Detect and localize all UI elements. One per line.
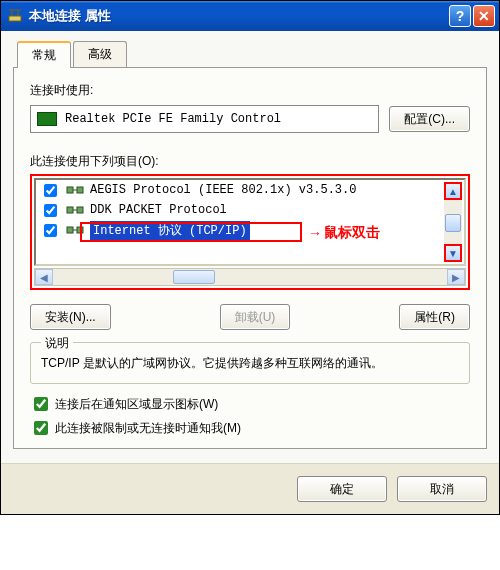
svg-rect-0 [9,16,21,21]
scroll-down-button[interactable]: ▼ [444,244,462,262]
notify-limited-checkbox[interactable] [34,421,48,435]
items-list[interactable]: AEGIS Protocol (IEEE 802.1x) v3.5.3.0 DD… [34,178,466,266]
uninstall-button: 卸载(U) [220,304,291,330]
nic-icon [37,112,57,126]
scroll-right-button[interactable]: ▶ [447,269,465,285]
properties-button-label: 属性(R) [414,310,455,324]
ok-button-label: 确定 [330,482,354,496]
show-tray-checkbox[interactable] [34,397,48,411]
callout-text: 鼠标双击 [324,224,380,242]
close-button[interactable]: ✕ [473,5,495,27]
install-button[interactable]: 安装(N)... [30,304,111,330]
svg-rect-10 [67,227,73,233]
item-label: Internet 协议 (TCP/IP) [90,221,250,240]
tab-advanced[interactable]: 高级 [73,41,127,68]
hscroll-thumb[interactable] [173,270,215,284]
svg-rect-5 [77,187,83,193]
tab-general[interactable]: 常规 [17,41,71,68]
item-label: DDK PACKET Protocol [90,203,227,217]
properties-button[interactable]: 属性(R) [399,304,470,330]
list-item[interactable]: DDK PACKET Protocol [36,200,464,220]
adapter-name: Realtek PCIe FE Family Control [65,112,281,126]
install-button-label: 安装(N)... [45,310,96,324]
show-tray-label: 连接后在通知区域显示图标(W) [55,396,218,413]
window-icon [7,8,23,24]
window-title: 本地连接 属性 [29,7,447,25]
client-area: 常规 高级 连接时使用: Realtek PCIe FE Family Cont… [1,31,499,463]
titlebar[interactable]: 本地连接 属性 ? ✕ [1,1,499,31]
connect-using-label: 连接时使用: [30,82,470,99]
notify-limited-checkbox-row[interactable]: 此连接被限制或无连接时通知我(M) [30,418,470,438]
configure-button[interactable]: 配置(C)... [389,106,470,132]
cancel-button[interactable]: 取消 [397,476,487,502]
vertical-scrollbar[interactable]: ▲ ▼ [444,182,462,262]
dialog-buttons: 确定 取消 [1,463,499,514]
description-group: 说明 TCP/IP 是默认的广域网协议。它提供跨越多种互联网络的通讯。 [30,342,470,384]
svg-rect-4 [67,187,73,193]
items-list-highlight: AEGIS Protocol (IEEE 802.1x) v3.5.3.0 DD… [30,174,470,290]
protocol-icon [66,203,84,217]
dialog-window: 本地连接 属性 ? ✕ 常规 高级 连接时使用: Realtek PCIe FE… [0,0,500,515]
callout-annotation: → 鼠标双击 [308,224,380,242]
adapter-row: Realtek PCIe FE Family Control 配置(C)... [30,105,470,133]
scroll-thumb[interactable] [445,214,461,232]
tab-strip: 常规 高级 [13,41,487,68]
show-tray-checkbox-row[interactable]: 连接后在通知区域显示图标(W) [30,394,470,414]
item-label: AEGIS Protocol (IEEE 802.1x) v3.5.3.0 [90,183,356,197]
help-button[interactable]: ? [449,5,471,27]
svg-rect-8 [77,207,83,213]
list-item-selected[interactable]: Internet 协议 (TCP/IP) [36,220,464,240]
svg-rect-11 [77,227,83,233]
item-checkbox[interactable] [44,184,57,197]
svg-rect-7 [67,207,73,213]
scroll-left-button[interactable]: ◀ [35,269,53,285]
arrow-icon: → [308,225,322,241]
hscroll-track[interactable] [53,269,447,285]
protocol-icon [66,223,84,237]
ok-button[interactable]: 确定 [297,476,387,502]
description-legend: 说明 [41,335,73,352]
items-label-text: 此连接使用下列项目(O): [30,154,159,168]
horizontal-scrollbar[interactable]: ◀ ▶ [34,268,466,286]
tab-body: 连接时使用: Realtek PCIe FE Family Control 配置… [13,67,487,449]
items-label: 此连接使用下列项目(O): [30,153,470,170]
scroll-up-button[interactable]: ▲ [444,182,462,200]
tab-advanced-label: 高级 [88,47,112,61]
protocol-icon [66,183,84,197]
item-checkbox[interactable] [44,204,57,217]
cancel-button-label: 取消 [430,482,454,496]
scroll-track[interactable] [444,200,462,244]
uninstall-button-label: 卸载(U) [235,310,276,324]
tab-general-label: 常规 [32,48,56,62]
notify-limited-label: 此连接被限制或无连接时通知我(M) [55,420,241,437]
list-item[interactable]: AEGIS Protocol (IEEE 802.1x) v3.5.3.0 [36,180,464,200]
configure-button-label: 配置(C)... [404,112,455,126]
description-text: TCP/IP 是默认的广域网协议。它提供跨越多种互联网络的通讯。 [41,353,459,373]
item-checkbox[interactable] [44,224,57,237]
item-buttons-row: 安装(N)... 卸载(U) 属性(R) [30,304,470,330]
adapter-box[interactable]: Realtek PCIe FE Family Control [30,105,379,133]
